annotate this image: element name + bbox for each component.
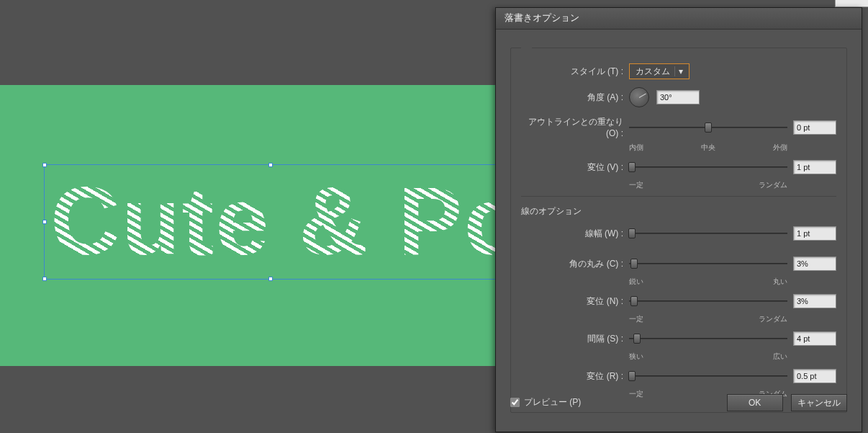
width-slider[interactable] [629, 226, 787, 241]
overlap-slider[interactable] [629, 120, 787, 135]
angle-dial[interactable] [629, 87, 649, 107]
preview-checkbox[interactable]: プレビュー (P) [510, 396, 581, 409]
style-dropdown-value: カスタム [636, 66, 670, 78]
overlap-var-tick-left: 一定 [521, 180, 643, 190]
preview-label: プレビュー (P) [524, 396, 581, 409]
preview-checkbox-input[interactable] [510, 398, 520, 407]
selection-handle[interactable] [42, 163, 47, 167]
overlap-tick-inner: 内側 [521, 143, 643, 153]
ok-button[interactable]: OK [727, 394, 783, 411]
overlap-var-label: 変位 (V) : [521, 161, 629, 174]
overlap-var-tick-right: ランダム [759, 180, 836, 190]
curve-var-label: 変位 (N) : [521, 295, 629, 308]
style-label: スタイル (T) : [521, 66, 629, 78]
overlap-var-input[interactable] [793, 160, 836, 174]
spacing-var-input[interactable] [793, 369, 836, 383]
chevron-down-icon: ▾ [674, 66, 686, 76]
curve-var-tick-left: 一定 [521, 314, 643, 324]
settings-group: . スタイル (T) : カスタム ▾ 角度 (A) : アウトラインとの重なり… [510, 43, 847, 413]
angle-input[interactable] [656, 90, 700, 104]
cancel-button[interactable]: キャンセル [791, 394, 847, 411]
width-label: 線幅 (W) : [521, 228, 629, 240]
artboard: Cute & Po [0, 85, 497, 366]
spacing-tick-right: 広い [773, 352, 836, 362]
spacing-label: 間隔 (S) : [521, 333, 629, 345]
curve-var-input[interactable] [793, 294, 836, 308]
curve-input[interactable] [793, 256, 836, 271]
style-dropdown[interactable]: カスタム ▾ [629, 63, 690, 79]
spacing-slider[interactable] [629, 331, 787, 346]
curve-tick-left: 鋭い [521, 277, 643, 287]
overlap-tick-outer: 外側 [773, 143, 836, 153]
overlap-label: アウトラインとの重なり (O) : [521, 116, 629, 138]
scribble-text-object[interactable]: Cute & Po [50, 173, 524, 269]
spacing-var-label: 変位 (R) : [521, 370, 629, 383]
curve-slider[interactable] [629, 256, 787, 271]
spacing-tick-left: 狭い [521, 352, 643, 362]
spacing-input[interactable] [793, 331, 836, 346]
line-options-title: 線のオプション [521, 205, 836, 218]
dialog-title[interactable]: 落書きオプション [496, 8, 862, 30]
overlap-var-slider[interactable] [629, 160, 787, 174]
selection-handle[interactable] [42, 220, 47, 224]
curve-var-tick-right: ランダム [759, 314, 836, 324]
selection-handle[interactable] [268, 277, 273, 281]
curve-label: 角の丸み (C) : [521, 258, 629, 270]
spacing-var-slider[interactable] [629, 369, 787, 383]
panel-grab-strip [835, 0, 868, 7]
selection-handle[interactable] [42, 277, 47, 281]
width-input[interactable] [793, 226, 836, 241]
overlap-tick-center: 中央 [701, 143, 715, 153]
curve-tick-right: 丸い [773, 277, 836, 287]
scribble-options-dialog: 落書きオプション . スタイル (T) : カスタム ▾ 角度 (A) : [495, 7, 862, 432]
angle-label: 角度 (A) : [521, 91, 629, 104]
curve-var-slider[interactable] [629, 294, 787, 308]
overlap-input[interactable] [793, 120, 836, 135]
